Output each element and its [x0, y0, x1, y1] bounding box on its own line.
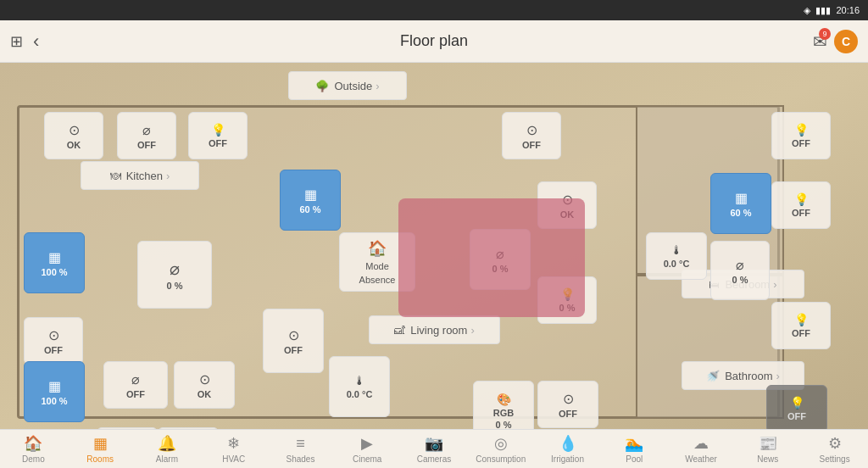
bathroom-label: Bathroom [725, 370, 772, 382]
nav-consumption[interactable]: ◎ Consumption [467, 430, 534, 468]
page-title: Floor plan [400, 32, 468, 50]
device-value-10: 100 % [41, 267, 67, 277]
nav-cameras[interactable]: 📷 Cameras [401, 430, 468, 468]
device-value-9: OFF [792, 208, 810, 218]
device-value-20: OFF [126, 389, 145, 399]
wifi-icon: ◈ [804, 5, 810, 16]
pool-icon: 🏊 [625, 434, 643, 453]
grid-icon: ⊞ [10, 33, 23, 50]
device-tile-19[interactable]: 🌡 0.0 °C [329, 356, 390, 417]
rooms-icon: ▦ [93, 434, 108, 453]
device-tile-2[interactable]: ⌀ OFF [117, 112, 176, 159]
irrigation-icon: 💧 [559, 434, 577, 453]
demo-icon: 🏠 [24, 434, 42, 453]
device-tile-14[interactable]: 🌡 0.0 °C [646, 232, 707, 280]
device-icon-21: 🎨 [497, 393, 511, 406]
nav-pool[interactable]: 🏊 Pool [601, 430, 668, 468]
device-tile-10[interactable]: ▦ 100 % [24, 232, 85, 293]
shades-icon: ≡ [296, 435, 305, 453]
device-tile-9[interactable]: 💡 OFF [771, 181, 831, 229]
device-icon-1: ⊙ [69, 122, 80, 138]
outside-tree-icon: 🌳 [315, 80, 329, 92]
device-value-22: OFF [559, 409, 577, 419]
device-tile-17[interactable]: ⊙ OFF [24, 317, 83, 365]
device-tile-18[interactable]: ⊙ OFF [263, 309, 324, 373]
nav-irrigation[interactable]: 💧 Irrigation [534, 430, 601, 468]
alarm-icon: 🔔 [158, 434, 176, 453]
nav-cinema[interactable]: ▶ Cinema [334, 430, 401, 468]
floor-plan: 🌳 Outside › 🍽 Kitchen › 🛋 Living room › … [0, 63, 868, 429]
living-room-button[interactable]: 🛋 Living room › [369, 315, 500, 344]
device-tile-30[interactable]: 💡 OFF [766, 385, 827, 429]
device-icon-16: 💡 [794, 313, 809, 326]
device-tile-3[interactable]: 💡 OFF [188, 112, 248, 159]
device-tile-24[interactable]: ⊙ OK [174, 361, 235, 409]
device-tile-21[interactable]: 🎨 RGB 0 % [473, 381, 534, 429]
device-value-19: 0.0 °C [347, 389, 373, 399]
device-icon-15: ⌀ [736, 257, 744, 273]
demo-label: Demo [22, 454, 45, 464]
kitchen-button[interactable]: 🍽 Kitchen › [81, 161, 199, 190]
device-value-1: OK [67, 140, 81, 150]
device-icon-23: ▦ [48, 378, 61, 394]
device-icon-10: ▦ [48, 249, 61, 265]
device-value-17: OFF [44, 345, 63, 355]
device-value-15: 0 % [732, 275, 748, 285]
device-value-3: OFF [209, 138, 227, 148]
device-icon-24: ⊙ [199, 371, 210, 387]
device-value-6: 60 % [299, 204, 320, 214]
mode-icon: 🏠 [368, 239, 387, 258]
back-button[interactable]: ‹ [33, 31, 39, 53]
device-value-16: OFF [792, 328, 810, 338]
device-tile-23[interactable]: ▦ 100 % [24, 361, 85, 422]
nav-shades[interactable]: ≡ Shades [267, 430, 334, 468]
living-label: Living room [410, 324, 467, 337]
settings-label: Settings [820, 454, 850, 464]
device-tile-20[interactable]: ⌀ OFF [103, 361, 168, 409]
device-icon-5: 💡 [794, 123, 809, 136]
device-value-8: 60 % [730, 208, 751, 218]
device-tile-5[interactable]: 💡 OFF [771, 112, 831, 159]
outside-button[interactable]: 🌳 Outside › [288, 71, 407, 100]
nav-news[interactable]: 📰 News [734, 430, 801, 468]
nav-alarm[interactable]: 🔔 Alarm [134, 430, 201, 468]
nav-rooms[interactable]: ▦ Rooms [67, 430, 134, 468]
news-icon: 📰 [759, 434, 777, 453]
device-icon-30: 💡 [790, 396, 804, 410]
rooms-label: Rooms [86, 454, 114, 464]
device-tile-16[interactable]: 💡 OFF [771, 302, 831, 349]
device-tile-4[interactable]: ⊙ OFF [502, 112, 561, 159]
device-value-18: OFF [284, 345, 303, 355]
pool-label: Pool [626, 454, 643, 464]
device-icon-9: 💡 [794, 192, 809, 206]
shades-label: Shades [286, 454, 314, 464]
nav-settings[interactable]: ⚙ Settings [801, 430, 868, 468]
device-icon-14: 🌡 [670, 243, 682, 257]
hvac-icon: ❄ [227, 434, 240, 453]
outside-arrow: › [376, 80, 379, 92]
device-value-14: 0.0 °C [664, 259, 690, 269]
settings-icon: ⚙ [828, 434, 842, 453]
device-icon-6: ▦ [304, 187, 317, 203]
news-label: News [757, 454, 778, 464]
device-tile-15[interactable]: ⌀ 0 % [710, 241, 770, 300]
living-arrow: › [470, 324, 474, 337]
device-tile-8[interactable]: ▦ 60 % [710, 173, 771, 234]
cameras-label: Cameras [417, 454, 452, 464]
mail-button[interactable]: ✉ 9 [813, 31, 827, 52]
back-icon: ‹ [33, 31, 39, 52]
device-icon-22: ⊙ [563, 391, 574, 407]
mode-line1: Mode [365, 261, 389, 271]
device-tile-11[interactable]: ⌀ 0 % [137, 241, 212, 309]
nav-demo[interactable]: 🏠 Demo [0, 430, 67, 468]
device-value-23: 100 % [41, 396, 67, 406]
status-bar: ◈ ▮▮▮ 20:16 [0, 0, 868, 20]
weather-label: Weather [685, 454, 717, 464]
device-tile-6[interactable]: ▦ 60 % [280, 170, 341, 231]
grid-menu-button[interactable]: ⊞ [10, 32, 23, 51]
device-tile-1[interactable]: ⊙ OK [44, 112, 103, 159]
nav-weather[interactable]: ☁ Weather [668, 430, 735, 468]
nav-hvac[interactable]: ❄ HVAC [200, 430, 267, 468]
device-tile-22[interactable]: ⊙ OFF [537, 381, 598, 428]
irrigation-label: Irrigation [551, 454, 584, 464]
